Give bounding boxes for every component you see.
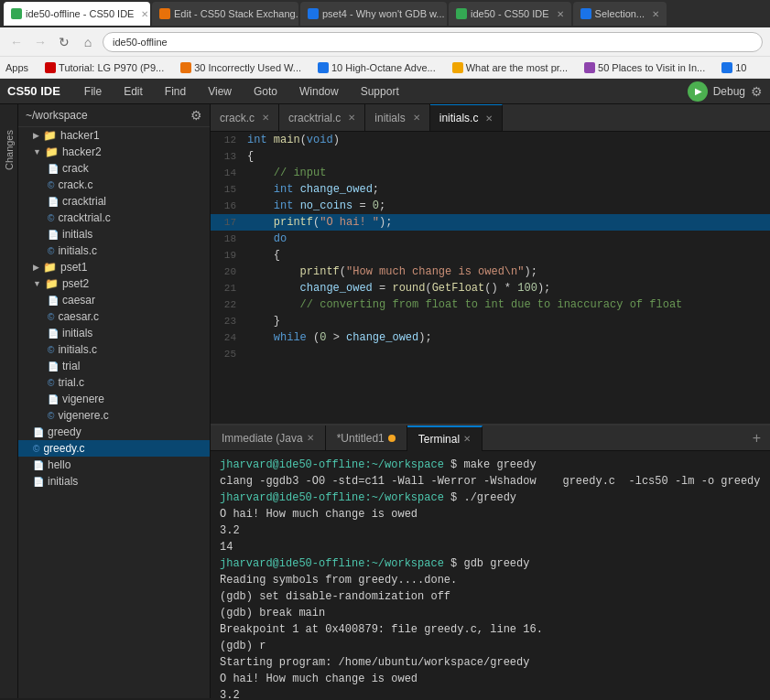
browser-nav-bar: ← → ↻ ⌂: [0, 27, 770, 57]
menu-window[interactable]: Window: [294, 83, 344, 100]
line-number-25: 25: [211, 346, 244, 362]
menu-edit[interactable]: Edit: [118, 83, 148, 100]
term-output-14: O hai! How much change is owed: [220, 673, 418, 685]
browser-tab-4[interactable]: ide50 - CS50 IDE ✕: [449, 2, 571, 26]
tree-item-pset1[interactable]: ▶ 📁 pset1: [18, 259, 210, 275]
term-cmd-7: $ gdb greedy: [444, 557, 530, 570]
tree-item-hacker1[interactable]: ▶ 📁 hacker1: [18, 127, 210, 144]
tree-item-crack[interactable]: 📄 crack: [18, 160, 210, 177]
editor-tab-close-initials[interactable]: ✕: [413, 113, 420, 123]
tree-item-hello[interactable]: 📄 hello: [18, 457, 210, 473]
editor-tab-close-cracktrialc[interactable]: ✕: [348, 113, 355, 123]
reload-button[interactable]: ↻: [55, 33, 73, 51]
editor-tab-crackc[interactable]: crack.c ✕: [211, 104, 279, 132]
tab-favicon-5: [580, 8, 591, 19]
panel-tab-terminal[interactable]: Terminal ✕: [407, 425, 483, 451]
tree-item-initialsc-hacker2[interactable]: © initials.c: [18, 242, 210, 259]
editor-tab-close-initialsc[interactable]: ✕: [485, 113, 493, 124]
tree-item-cracktrial[interactable]: 📄 cracktrial: [18, 193, 210, 210]
editor-tab-initialsc[interactable]: initials.c ✕: [430, 104, 504, 132]
menu-file[interactable]: File: [79, 83, 107, 100]
code-editor[interactable]: 12 int main(void) 13 { 14 // input 15 in…: [211, 132, 770, 424]
bookmark-10[interactable]: 10: [716, 60, 752, 75]
tree-item-pset2[interactable]: ▼ 📁 pset2: [18, 275, 210, 292]
term-output-10: (gdb) break main: [220, 607, 325, 619]
browser-tab-1[interactable]: ide50-offline - CS50 IDE ✕: [4, 2, 150, 26]
tree-item-initials-hacker2[interactable]: 📄 initials: [18, 226, 210, 242]
code-line-21: 21 change_owed = round(GetFloat() * 100)…: [211, 280, 770, 296]
ide-logo: CS50 IDE: [7, 84, 60, 98]
terminal[interactable]: jharvard@ide50-offline:~/workspace $ mak…: [211, 451, 770, 698]
tree-label-trial: trial: [62, 360, 80, 372]
tree-label-trialc: trial.c: [58, 376, 84, 389]
gear-icon[interactable]: ⚙: [751, 84, 763, 99]
editor-tab-cracktrialc[interactable]: cracktrial.c ✕: [279, 104, 365, 132]
file-icon-initialsc-pset2: ©: [48, 345, 54, 355]
forward-button[interactable]: →: [31, 33, 49, 51]
tab-close-5[interactable]: ✕: [652, 9, 659, 19]
tree-item-trial[interactable]: 📄 trial: [18, 358, 210, 374]
tree-item-vigenerec[interactable]: © vigenere.c: [18, 407, 210, 424]
bookmark-tutorial[interactable]: Tutorial: LG P970 (P9...: [39, 60, 169, 75]
tree-settings-icon[interactable]: ⚙: [190, 108, 202, 123]
line-content-12: int main(void): [244, 132, 340, 148]
menu-view[interactable]: View: [202, 83, 237, 100]
panel-tab-untitled[interactable]: *Untitled1: [326, 425, 407, 451]
editor-tab-close-crackc[interactable]: ✕: [262, 113, 269, 123]
bookmark-50places[interactable]: 50 Places to Visit in In...: [579, 60, 710, 75]
bookmark-10octane[interactable]: 10 High-Octane Adve...: [312, 60, 441, 75]
file-icon-vigenerec: ©: [48, 411, 54, 421]
file-icon-crack: 📄: [48, 164, 59, 174]
panel-tab-close-immediate[interactable]: ✕: [307, 433, 314, 443]
tree-item-crackc[interactable]: © crack.c: [18, 177, 210, 193]
bookmark-favicon-whatare: [452, 62, 463, 73]
tree-item-greedyc[interactable]: © greedy.c: [18, 440, 210, 457]
tree-item-caesarc[interactable]: © caesar.c: [18, 308, 210, 325]
tree-item-hacker2[interactable]: ▼ 📁 hacker2: [18, 144, 210, 160]
line-number-22: 22: [211, 296, 244, 313]
menu-find[interactable]: Find: [159, 83, 191, 100]
line-number-14: 14: [211, 165, 244, 181]
tree-label-caesar: caesar: [62, 294, 95, 307]
bookmark-30words[interactable]: 30 Incorrectly Used W...: [175, 60, 307, 75]
debug-play-button[interactable]: [688, 81, 708, 102]
browser-tab-5[interactable]: Selection... ✕: [573, 2, 667, 26]
tab-close-4[interactable]: ✕: [557, 9, 564, 19]
tree-item-vigenere[interactable]: 📄 vigenere: [18, 391, 210, 407]
bookmark-favicon-tutorial: [45, 62, 56, 73]
bookmark-label-tutorial: Tutorial: LG P970 (P9...: [59, 62, 164, 73]
editor-area: crack.c ✕ cracktrial.c ✕ initials ✕ init…: [211, 104, 770, 698]
terminal-line-11: Breakpoint 1 at 0x400879: file greedy.c,…: [220, 621, 761, 638]
term-prompt-7: jharvard@ide50-offline:~/workspace: [220, 557, 444, 570]
folder-icon-pset1: 📁: [43, 261, 57, 274]
editor-tab-initials[interactable]: initials ✕: [365, 104, 429, 132]
line-content-22: // converting from float to int due to i…: [244, 296, 682, 313]
browser-tab-3[interactable]: pset4 - Why won't GDB w... ✕: [300, 2, 447, 26]
tree-item-greedy[interactable]: 📄 greedy: [18, 424, 210, 440]
tab-label-2: Edit - CS50 Stack Exchang...: [174, 8, 298, 19]
line-content-25: [244, 346, 254, 362]
tree-item-cracktrialc[interactable]: © cracktrial.c: [18, 210, 210, 226]
term-output-12: (gdb) r: [220, 640, 266, 652]
tree-item-initials-pset2[interactable]: 📄 initials: [18, 325, 210, 341]
browser-tab-2[interactable]: Edit - CS50 Stack Exchang... ✕: [152, 2, 298, 26]
home-button[interactable]: ⌂: [79, 33, 97, 51]
tree-item-trialc[interactable]: © trial.c: [18, 374, 210, 391]
back-button[interactable]: ←: [7, 33, 26, 51]
tree-item-initials-root[interactable]: 📄 initials: [18, 473, 210, 490]
tab-label-1: ide50-offline - CS50 IDE: [26, 8, 134, 19]
panel-add-button[interactable]: +: [743, 430, 770, 447]
address-bar[interactable]: [103, 32, 763, 52]
panel-tab-immediate[interactable]: Immediate (Java ✕: [211, 425, 326, 451]
apps-label: Apps: [0, 62, 34, 73]
panel-tab-close-terminal[interactable]: ✕: [463, 434, 471, 444]
browser-tab-bar: ide50-offline - CS50 IDE ✕ Edit - CS50 S…: [0, 0, 770, 27]
tree-item-initialsc-pset2[interactable]: © initials.c: [18, 341, 210, 358]
line-content-17: printf("O hai! ");: [244, 214, 392, 231]
panel-tabs: Immediate (Java ✕ *Untitled1 Terminal ✕ …: [211, 425, 770, 451]
tab-close-1[interactable]: ✕: [141, 9, 148, 19]
menu-support[interactable]: Support: [355, 83, 405, 100]
menu-goto[interactable]: Goto: [248, 83, 283, 100]
bookmark-whatare[interactable]: What are the most pr...: [447, 60, 573, 75]
tree-item-caesar[interactable]: 📄 caesar: [18, 292, 210, 308]
